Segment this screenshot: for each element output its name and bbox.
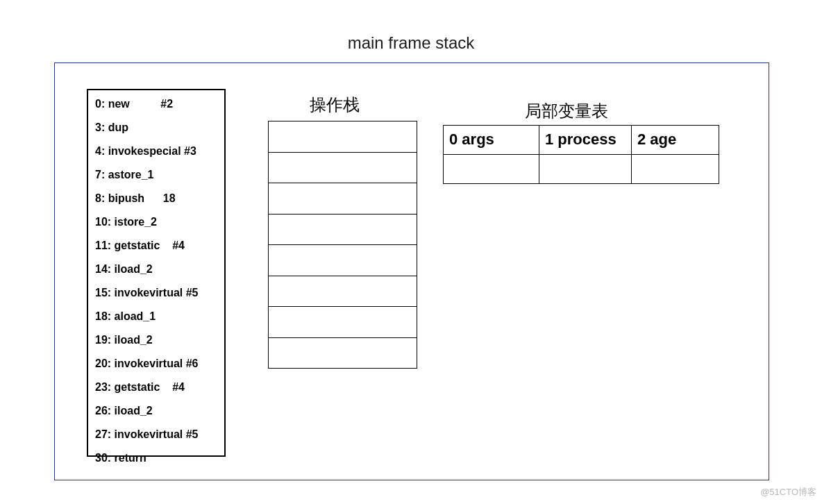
bytecode-line: 15: invokevirtual #5 bbox=[95, 287, 217, 299]
bytecode-list: 0: new #2 3: dup 4: invokespecial #3 7: … bbox=[87, 89, 226, 457]
bytecode-line: 7: astore_1 bbox=[95, 169, 217, 180]
lvt-header: 1 process bbox=[539, 126, 632, 155]
operand-stack bbox=[268, 121, 417, 369]
local-variable-table-title: 局部变量表 bbox=[525, 100, 608, 122]
operand-stack-cell bbox=[269, 338, 417, 369]
lvt-header: 2 age bbox=[632, 126, 719, 155]
operand-stack-title: 操作栈 bbox=[310, 94, 360, 116]
bytecode-line: 27: invokevirtual #5 bbox=[95, 429, 217, 440]
operand-stack-cell bbox=[269, 153, 417, 184]
operand-stack-cell bbox=[269, 245, 417, 276]
lvt-value bbox=[539, 155, 632, 184]
operand-stack-cell bbox=[269, 121, 417, 153]
local-variable-table: 0 args 1 process 2 age bbox=[443, 125, 719, 184]
lvt-value bbox=[632, 155, 719, 184]
bytecode-line: 4: invokespecial #3 bbox=[95, 146, 217, 157]
bytecode-line: 10: istore_2 bbox=[95, 217, 217, 228]
operand-stack-cell bbox=[269, 276, 417, 308]
watermark: @51CTO博客 bbox=[760, 486, 816, 498]
bytecode-line: 23: getstatic #4 bbox=[95, 382, 217, 393]
operand-stack-cell bbox=[269, 215, 417, 246]
bytecode-line: 18: aload_1 bbox=[95, 311, 217, 322]
operand-stack-cell bbox=[269, 307, 417, 338]
operand-stack-cell bbox=[269, 183, 417, 215]
bytecode-line: 14: iload_2 bbox=[95, 264, 217, 275]
bytecode-line: 11: getstatic #4 bbox=[95, 240, 217, 251]
lvt-header: 0 args bbox=[444, 126, 539, 155]
bytecode-line: 19: iload_2 bbox=[95, 335, 217, 346]
bytecode-line: 0: new #2 bbox=[95, 99, 217, 110]
lvt-value bbox=[444, 155, 539, 184]
bytecode-line: 26: iload_2 bbox=[95, 405, 217, 417]
diagram-title: main frame stack bbox=[0, 33, 822, 53]
bytecode-line: 3: dup bbox=[95, 122, 217, 133]
bytecode-line: 8: bipush 18 bbox=[95, 193, 217, 204]
bytecode-line: 30: return bbox=[95, 453, 217, 464]
bytecode-line: 20: invokevirtual #6 bbox=[95, 358, 217, 369]
